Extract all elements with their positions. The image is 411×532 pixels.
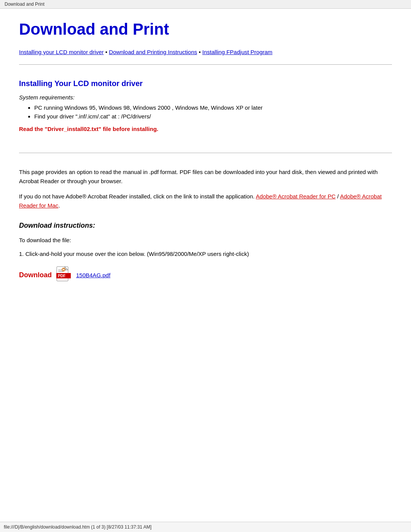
acrobat-text-before: If you do not have Adobe® Acrobat Reader… — [19, 193, 256, 200]
pdf-icon: PDF — [56, 266, 72, 284]
nav-link-lcd-driver[interactable]: Installing your LCD monitor driver — [19, 49, 104, 55]
status-bar-text: file:///D|/B/english/download/download.h… — [4, 524, 151, 530]
nav-link-fpadjust[interactable]: Installing FPadjust Program — [202, 49, 272, 55]
acrobat-links-paragraph: If you do not have Adobe® Acrobat Reader… — [19, 192, 392, 210]
nav-separator-1: • — [104, 49, 109, 55]
bullet-item-driver: Find your driver ".inf/.icm/.cat" at : /… — [34, 113, 392, 120]
to-download-text: To download the file: — [19, 236, 392, 245]
page-content: Download and Print Installing your LCD m… — [0, 9, 411, 320]
requirements-list: PC running Windows 95, Windows 98, Windo… — [34, 104, 392, 120]
bullet-item-empty: PC running Windows 95, Windows 98, Windo… — [34, 104, 392, 111]
svg-text:PDF: PDF — [58, 274, 65, 278]
divider-2 — [19, 153, 392, 153]
pdf-download-link[interactable]: 150B4AG.pdf — [76, 272, 110, 278]
browser-tab: Download and Print — [0, 0, 411, 9]
divider-1 — [19, 64, 392, 65]
download-file-row: Download PDF — [19, 266, 392, 284]
status-bar: file:///D|/B/english/download/download.h… — [0, 522, 411, 532]
nav-separator-2: • — [197, 49, 202, 55]
driver-warning: Read the "Driver_install02.txt" file bef… — [19, 126, 392, 132]
page-title: Download and Print — [19, 20, 392, 38]
bullet-text-2: Find your driver ".inf/.icm/.cat" at : /… — [34, 113, 151, 120]
system-req-label: System requirements: — [19, 94, 392, 101]
download-instructions-title: Download instructions: — [19, 222, 392, 230]
lcd-driver-section-title: Installing Your LCD monitor driver — [19, 79, 392, 88]
nav-link-download-instructions[interactable]: Download and Printing Instructions — [109, 49, 197, 55]
browser-tab-label: Download and Print — [5, 2, 45, 7]
acrobat-text-after: . — [58, 202, 60, 209]
download-section: This page provides an option to read the… — [19, 160, 392, 297]
pdf-file-icon: PDF — [56, 266, 72, 284]
acrobat-separator: / — [336, 193, 340, 200]
download-step-1: 1. Click-and-hold your mouse over the ic… — [19, 249, 392, 259]
download-label: Download — [19, 271, 52, 279]
bullet-text-1: PC running Windows 95, Windows 98, Windo… — [34, 104, 263, 111]
nav-links: Installing your LCD monitor driver • Dow… — [19, 48, 392, 57]
acrobat-link-pc[interactable]: Adobe® Acrobat Reader for PC — [256, 193, 336, 200]
pdf-description: This page provides an option to read the… — [19, 168, 392, 186]
lcd-driver-section: Installing Your LCD monitor driver Syste… — [19, 72, 392, 146]
